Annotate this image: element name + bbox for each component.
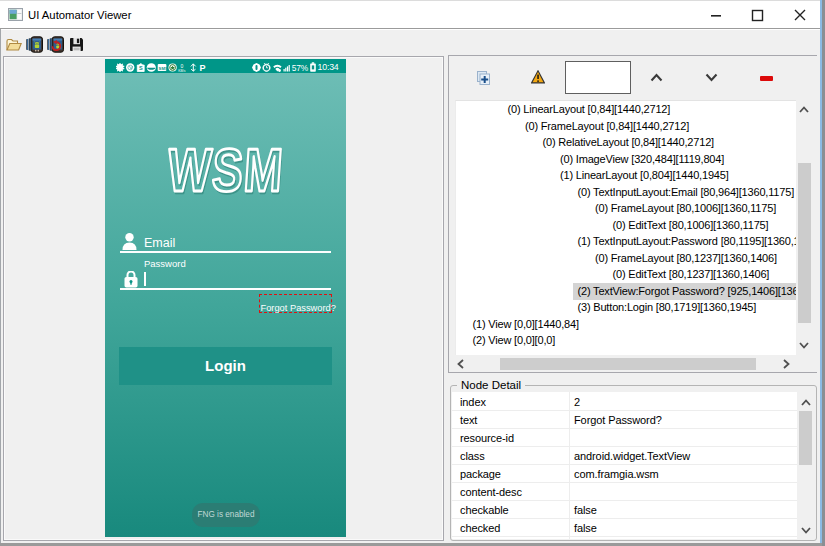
svg-text:P: P <box>199 63 205 72</box>
svg-text:WSM: WSM <box>166 143 286 199</box>
svg-text:S: S <box>139 65 143 71</box>
svg-text:SMS: SMS <box>158 66 167 71</box>
svg-text:KB/s: KB/s <box>178 69 185 72</box>
